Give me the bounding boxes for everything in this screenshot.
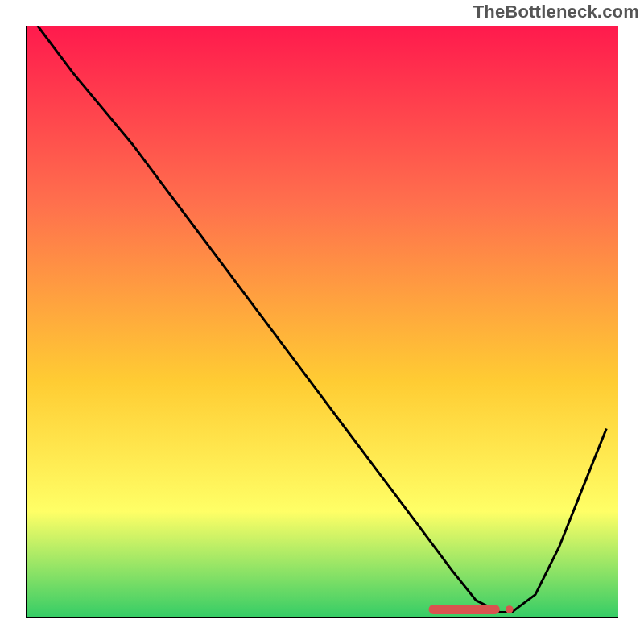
svg-rect-0 <box>428 605 499 614</box>
svg-point-1 <box>506 605 514 613</box>
watermark-text: TheBottleneck.com <box>473 2 639 23</box>
gradient-background <box>26 26 618 618</box>
chart-container: TheBottleneck.com <box>0 0 644 644</box>
plot-area <box>26 26 618 618</box>
chart-svg <box>26 26 618 618</box>
